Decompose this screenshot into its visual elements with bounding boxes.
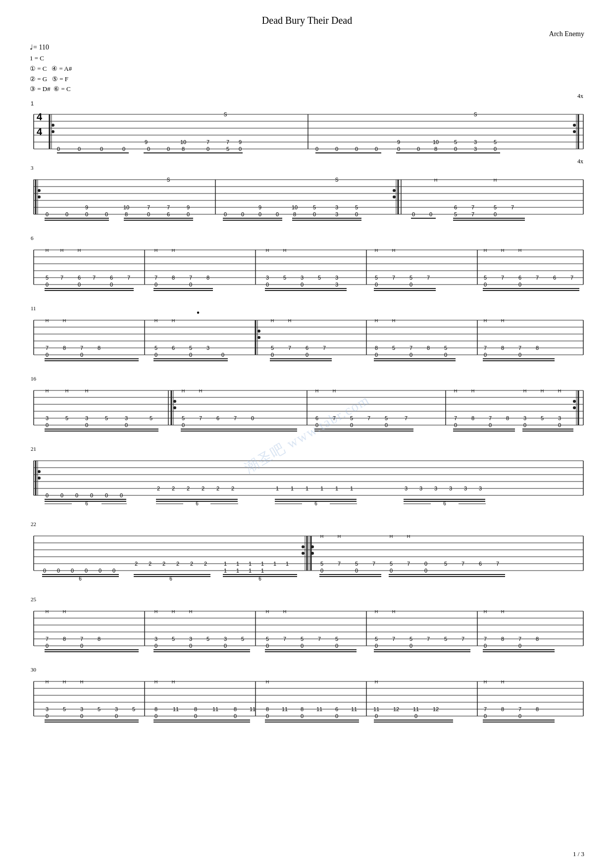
svg-text:7: 7	[407, 561, 410, 567]
svg-text:3: 3	[419, 485, 422, 491]
svg-text:7: 7	[147, 204, 150, 210]
staff-system-3: 6 H H H 5 7 6 7 6 7 0 0	[30, 235, 584, 296]
svg-text:11: 11	[351, 706, 357, 712]
svg-text:5: 5	[172, 636, 175, 642]
svg-text:0: 0	[234, 713, 237, 719]
svg-text:7: 7	[471, 204, 474, 210]
svg-text:0: 0	[85, 422, 88, 428]
svg-text:0: 0	[65, 211, 68, 217]
svg-text:5: 5	[541, 415, 544, 421]
svg-text:0: 0	[375, 352, 378, 358]
svg-text:3: 3	[335, 275, 338, 281]
svg-text:7: 7	[484, 706, 487, 712]
svg-text:H: H	[454, 388, 458, 393]
svg-text:0: 0	[409, 352, 412, 358]
svg-text:3: 3	[46, 415, 49, 421]
svg-text:H: H	[154, 318, 158, 323]
svg-text:3: 3	[474, 146, 477, 152]
svg-text:H: H	[338, 534, 341, 539]
svg-point-411	[302, 552, 305, 555]
svg-text:3: 3	[449, 485, 452, 491]
svg-text:6: 6	[443, 501, 446, 506]
svg-text:H: H	[434, 178, 438, 183]
svg-text:7: 7	[461, 636, 464, 642]
svg-text:11: 11	[212, 706, 218, 712]
svg-text:3: 3	[479, 485, 482, 491]
svg-text:0: 0	[43, 568, 46, 574]
svg-text:0: 0	[494, 211, 497, 217]
svg-text:8: 8	[125, 211, 128, 217]
svg-text:9: 9	[258, 204, 261, 210]
svg-text:7: 7	[518, 706, 521, 712]
svg-point-354	[38, 470, 41, 473]
svg-text:0: 0	[489, 422, 492, 428]
artist-name: Arch Enemy	[30, 30, 584, 38]
svg-text:0: 0	[112, 568, 115, 574]
svg-text:0: 0	[46, 643, 49, 649]
svg-text:H: H	[63, 609, 66, 614]
svg-text:0: 0	[46, 492, 49, 498]
svg-text:0: 0	[484, 282, 487, 288]
svg-text:0: 0	[239, 146, 242, 152]
svg-text:8: 8	[182, 146, 185, 152]
svg-text:9: 9	[397, 139, 400, 145]
svg-text:3: 3	[464, 485, 467, 491]
svg-text:6: 6	[258, 576, 261, 581]
svg-text:0: 0	[189, 643, 192, 649]
svg-text:H: H	[315, 388, 319, 393]
svg-point-410	[302, 545, 305, 548]
svg-text:6: 6	[314, 501, 317, 506]
svg-text:H: H	[266, 679, 269, 684]
svg-text:6: 6	[79, 576, 82, 581]
svg-text:8: 8	[536, 706, 539, 712]
svg-text:0: 0	[315, 422, 318, 428]
svg-text:0: 0	[271, 352, 274, 358]
svg-text:5: 5	[182, 415, 185, 421]
svg-text:0: 0	[154, 713, 157, 719]
svg-text:7: 7	[461, 561, 464, 567]
svg-text:0: 0	[241, 211, 244, 217]
tab-staff-svg-5: H H H 3 5 3 5 3 5 0 0 0 H H 5 7 6 7 0 0	[30, 376, 584, 435]
svg-text:0: 0	[306, 352, 308, 358]
svg-text:2: 2	[162, 561, 165, 567]
svg-text:8: 8	[536, 345, 539, 351]
svg-text:11: 11	[316, 706, 322, 712]
svg-text:H: H	[392, 318, 396, 323]
svg-text:6: 6	[315, 415, 318, 421]
svg-text:0: 0	[110, 282, 113, 288]
svg-text:H: H	[172, 679, 175, 684]
repeat-label-2: 4x	[577, 158, 583, 165]
svg-text:1: 1	[320, 485, 323, 491]
svg-text:2: 2	[231, 485, 234, 491]
svg-point-76	[393, 189, 396, 192]
svg-text:S: S	[474, 112, 477, 117]
svg-text:3: 3	[115, 706, 118, 712]
tab-staff-svg-7: 0 0 0 0 0 0 2 2 2 2 2 2 1 1 1 1 1 1 1 1 …	[30, 521, 584, 585]
svg-text:0: 0	[147, 146, 150, 152]
svg-text:8: 8	[506, 415, 509, 421]
svg-text:7: 7	[226, 139, 229, 145]
svg-text:3: 3	[206, 345, 209, 351]
svg-text:H: H	[407, 534, 410, 539]
svg-text:5: 5	[283, 275, 286, 281]
svg-point-14	[51, 124, 54, 127]
svg-text:5: 5	[266, 636, 269, 642]
svg-text:5: 5	[132, 706, 135, 712]
svg-text:6: 6	[78, 275, 81, 281]
svg-text:0: 0	[301, 282, 304, 288]
svg-text:5: 5	[409, 636, 412, 642]
svg-text:0: 0	[409, 282, 412, 288]
svg-text:6: 6	[172, 345, 175, 351]
svg-text:7: 7	[323, 345, 326, 351]
svg-text:H: H	[154, 248, 158, 253]
svg-text:0: 0	[390, 568, 393, 574]
staff-system-6: 21 0 0 0 0 0 0 2 2 2 2	[30, 446, 584, 512]
tab-staff-svg-8: H H 7 8 7 8 0 0 H H H 3 5 3 5 3 5 0 0 0	[30, 596, 584, 656]
svg-text:H: H	[266, 609, 269, 614]
svg-text:0: 0	[518, 713, 521, 719]
measure-label-30: 30	[31, 667, 36, 673]
svg-text:H: H	[46, 609, 49, 614]
svg-text:0: 0	[375, 282, 378, 288]
svg-text:0: 0	[100, 146, 103, 152]
song-title: Dead Bury Their Dead	[30, 15, 584, 26]
